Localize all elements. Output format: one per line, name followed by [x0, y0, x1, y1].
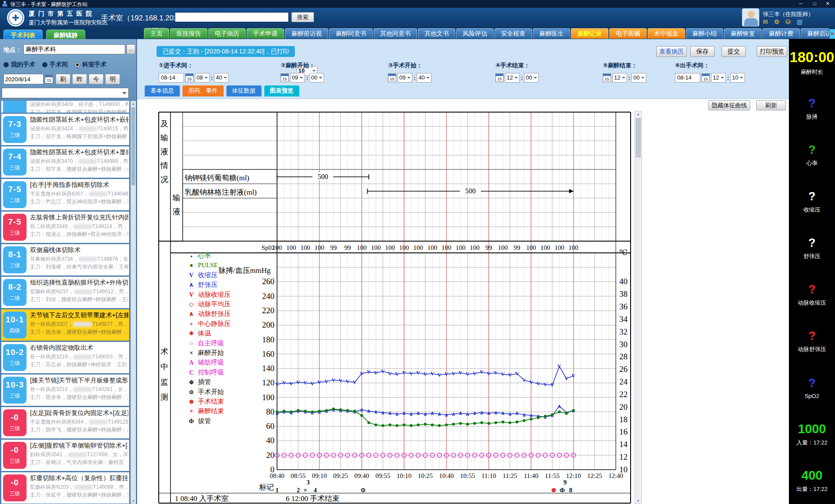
tab-电子医嘱[interactable]: 电子医嘱 — [609, 28, 647, 39]
chart-button-隐藏体征曲线[interactable]: 隐藏体征曲线 — [708, 100, 750, 110]
surgery-list-item[interactable]: 7-3三级隐匿性阴茎延长术+包皮环切术+嵌顿包泌尿外科病房3424，T14901… — [1, 114, 129, 145]
maximize-button[interactable]: □ — [808, 0, 821, 7]
chart-button-刷新[interactable]: 刷新 — [756, 100, 786, 110]
close-button[interactable]: ✕ — [821, 0, 834, 7]
report-icon[interactable]: ▥ — [797, 18, 802, 26]
tab-麻醉后访视[interactable]: 麻醉后访视 — [801, 28, 829, 39]
surgery-list-item[interactable]: -0三级[左足]趾骨骨折复位内固定术+[左足]清创手足显微外科病房6344，T1… — [1, 407, 129, 438]
hour-select[interactable]: 08 — [195, 73, 210, 83]
calendar-icon[interactable]: 15 — [495, 73, 504, 82]
tab-麻醉记录[interactable]: 麻醉记录 — [571, 28, 608, 39]
tab-安全核查[interactable]: 安全核查 — [494, 28, 532, 39]
tab-医技报告[interactable]: 医技报告 — [170, 28, 207, 39]
tab-麻醉医生[interactable]: 麻醉医生 — [533, 28, 570, 39]
calendar-icon[interactable]: 15 — [185, 73, 194, 82]
subtab-用药、事件[interactable]: 用药、事件 — [182, 85, 224, 96]
surgery-anesthesia-line: 主刀：邬宇龙，腰硬联合麻醉+静脉麻醉：余亚飞 — [30, 165, 128, 173]
minute-select[interactable]: 40 — [214, 73, 229, 83]
surgery-filter-combo[interactable] — [2, 88, 129, 98]
sidebar-tab-surgery-list[interactable]: 手术列表 — [3, 30, 43, 40]
toolbar-button-提交[interactable]: 提交 — [721, 46, 746, 57]
surgery-list-item[interactable]: 7-4三级隐匿性阴茎延长术+包皮环切术+显微镜泌尿外科病房3470，T14899… — [1, 146, 129, 178]
surgery-list-item[interactable]: 8-2二级组织选择性直肠粘膜环切术+外痔切除术肛肠科病房N237，T149012… — [1, 277, 129, 308]
tab-麻醉小结[interactable]: 麻醉小结 — [686, 28, 723, 39]
tab-手术申请[interactable]: 手术申请 — [247, 28, 284, 39]
surgery-list-item[interactable]: 7-5三级左肱骨髁上骨折切开复位克氏针内固定术骨二科病房3349，T149118… — [1, 212, 129, 243]
surgery-list-item[interactable]: 7-5二级[右手]手拇指多指畸形切除术手足显微外科病房6307，T149046，… — [1, 179, 129, 210]
hour-select[interactable]: 12 — [505, 73, 520, 83]
location-input[interactable] — [23, 44, 125, 54]
svg-text:11:25: 11:25 — [503, 472, 518, 479]
svg-text:10:25: 10:25 — [418, 472, 433, 479]
tab-麻醉恢复[interactable]: 麻醉恢复 — [724, 28, 762, 39]
tab-电子病历[interactable]: 电子病历 — [208, 28, 246, 39]
tab-scroll-right-button[interactable]: > — [829, 29, 835, 39]
surgery-list-item[interactable]: 10-1四级关节镜下左后交叉韧带重建术+[左膝关节骨一科病房3207，T1458… — [1, 309, 129, 341]
user-avatar[interactable] — [742, 8, 759, 27]
subtab-体征数据[interactable]: 体征数据 — [226, 85, 262, 96]
date-button-刷[interactable]: 刷 — [56, 74, 70, 84]
filter-科室手术[interactable]: 科室手术 — [75, 61, 107, 69]
calendar-icon[interactable]: 15 — [701, 73, 710, 82]
hour-select[interactable]: 09 — [397, 73, 412, 83]
sidebar-tab-sedation[interactable]: 麻醉镇静 — [46, 30, 85, 40]
subtab-图表预览[interactable]: 图表预览 — [264, 85, 300, 96]
surgery-list-item[interactable]: -0三级肛瘘切除术+高位（复杂性）肛瘘挂线术肛肠科病房N203，T149098，… — [1, 472, 129, 504]
tab-术中输血[interactable]: 术中输血 — [648, 28, 685, 39]
svg-text:拔管: 拔管 — [198, 418, 211, 424]
calendar-icon[interactable]: 15 — [388, 73, 396, 82]
gear-icon[interactable]: ⚙ — [774, 18, 780, 26]
tab-风险评估[interactable]: 风险评估 — [456, 28, 494, 39]
time-date-input[interactable]: 08-14 — [675, 73, 700, 83]
toolbar-button-查看病历[interactable]: 查看病历 — [656, 46, 687, 57]
tab-其他文书[interactable]: 其他文书 — [418, 28, 455, 39]
hour-select[interactable]: 12 — [612, 73, 627, 83]
main-tabs: 主页医技报告电子病历手术申请麻醉前访视麻醉同意书其他同意书其他文书风险评估安全核… — [144, 28, 829, 39]
chart-scrollbar[interactable]: ▲▼ — [635, 111, 642, 504]
time-date-input[interactable]: 08-14 — [159, 73, 184, 83]
svg-text:100: 100 — [262, 393, 275, 402]
calendar-icon[interactable]: 15 — [281, 73, 289, 82]
minute-select[interactable]: 10 — [730, 73, 745, 83]
coins-icon[interactable]: ⛁ — [785, 18, 791, 26]
tab-其他同意书[interactable]: 其他同意书 — [374, 28, 417, 39]
subtab-基本信息[interactable]: 基本信息 — [144, 85, 180, 96]
date-button-今[interactable]: 今 — [89, 74, 104, 84]
tab-麻醉前访视[interactable]: 麻醉前访视 — [285, 28, 328, 39]
minute-select[interactable]: 00 — [524, 73, 539, 83]
search-input[interactable] — [175, 12, 289, 22]
vital-label: SpO2 — [789, 393, 835, 399]
date-input[interactable] — [3, 74, 43, 84]
calendar-icon[interactable]: 15 — [603, 73, 611, 82]
tab-麻醉同意书[interactable]: 麻醉同意书 — [329, 28, 373, 39]
vital-label: 入量：17:22 — [789, 439, 835, 447]
filter-手术间[interactable]: 手术间 — [42, 61, 68, 69]
room-title: 手术室（192.168.1.202） — [101, 13, 185, 23]
toolbar-button-保存[interactable]: 保存 — [690, 46, 715, 57]
surgery-list-item[interactable]: 8-1二级双侧扁桃体切除术耳鼻喉科病房3734，T148976，女，26岁主刀：… — [1, 244, 129, 275]
minute-select[interactable]: 40 — [417, 73, 431, 83]
date-button-昨[interactable]: 昨 — [72, 74, 87, 84]
calendar-icon[interactable]: 15 — [45, 75, 53, 83]
user-name: 张三丰（住院医师） — [763, 10, 814, 18]
surgery-list-item[interactable]: 三级泌尿外科病房3409，何子皓，T149000，男，12岁主刀：邬宇龙，蛛网膜… — [1, 101, 129, 113]
surgery-level: 三级 — [3, 229, 27, 237]
minute-select[interactable]: 00 — [309, 73, 324, 83]
hour-select[interactable]: 12 — [711, 73, 726, 83]
svg-text:V: V — [331, 377, 335, 383]
tab-主页[interactable]: 主页 — [144, 28, 169, 39]
location-more-button[interactable]: … — [127, 44, 135, 54]
surgery-list-item[interactable]: 10-3三级[膝关节镜]关节镜下半月板修整成形术+关骨一科病房3215，T140… — [1, 375, 129, 406]
search-button[interactable]: 搜索 — [291, 12, 314, 22]
sidebar-scrollbar[interactable]: ▲▼ — [130, 101, 136, 504]
tab-麻醉计费[interactable]: 麻醉计费 — [762, 28, 800, 39]
date-button-明[interactable]: 明 — [105, 74, 120, 84]
filter-我的手术[interactable]: 我的手术 — [3, 61, 35, 69]
surgery-list-item[interactable]: 10-2三级右锁骨内固定物取出术骨一科病房3219，T149003，男，38岁主… — [1, 342, 129, 373]
hour-select[interactable]: 09 — [290, 73, 305, 83]
mail-icon[interactable]: ✉ — [763, 18, 768, 26]
toolbar-button-打印预览[interactable]: 打印预览 — [757, 46, 787, 57]
minimize-button[interactable]: ─ — [794, 0, 807, 7]
surgery-list-item[interactable]: -0三级[左侧]腹腔镜下单侧输卵管切除术+[右侧]妇科病房3541，T12749… — [1, 440, 129, 471]
minute-select[interactable]: 00 — [631, 73, 646, 83]
